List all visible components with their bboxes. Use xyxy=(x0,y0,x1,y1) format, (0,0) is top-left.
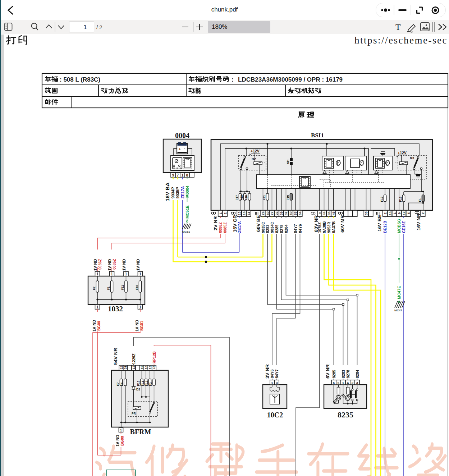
svg-text:BG01: BG01 xyxy=(139,321,144,331)
svg-text:F17: F17 xyxy=(235,195,239,201)
svg-text:35: 35 xyxy=(327,211,331,215)
svg-text:8283: 8283 xyxy=(265,224,270,233)
svg-text:F5: F5 xyxy=(120,382,124,386)
svg-text:R2: R2 xyxy=(252,157,256,161)
svg-text:9: 9 xyxy=(318,212,322,214)
svg-text:0086Z: 0086Z xyxy=(98,259,102,270)
svg-text:9035C: 9035C xyxy=(261,222,265,233)
svg-text:F19: F19 xyxy=(286,195,290,201)
svg-text:84Y7: 84Y7 xyxy=(275,369,279,378)
svg-text:2V NR: 2V NR xyxy=(213,216,218,230)
svg-text:54: 54 xyxy=(298,211,302,215)
svg-text:1V ND: 1V ND xyxy=(122,259,126,271)
svg-text:F1: F1 xyxy=(107,287,110,290)
svg-text:F7: F7 xyxy=(116,382,120,386)
svg-text:1032: 1032 xyxy=(108,305,123,313)
svg-text:MC51E: MC51E xyxy=(185,205,189,219)
svg-text:: 508 L (R83C): : 508 L (R83C) xyxy=(60,76,100,83)
svg-text:8278: 8278 xyxy=(279,224,284,233)
svg-text:1: 1 xyxy=(219,212,223,214)
svg-text:F12: F12 xyxy=(380,197,384,202)
svg-text:8278: 8278 xyxy=(346,370,350,378)
svg-text:55: 55 xyxy=(293,211,297,215)
svg-text:+12V: +12V xyxy=(251,149,260,153)
svg-text:1075Z: 1075Z xyxy=(317,222,322,233)
svg-text:13: 13 xyxy=(237,211,241,215)
svg-text:1: 1 xyxy=(271,381,273,385)
svg-text:8: 8 xyxy=(186,173,188,177)
svg-text:60V MR: 60V MR xyxy=(340,215,345,233)
svg-text:1V ND: 1V ND xyxy=(135,320,139,331)
svg-text:32: 32 xyxy=(284,211,288,215)
svg-text:11: 11 xyxy=(247,211,251,215)
svg-text:9: 9 xyxy=(397,212,401,214)
svg-text:0085Z: 0085Z xyxy=(112,259,116,270)
svg-text:1: 1 xyxy=(96,305,98,309)
svg-text:1229Z: 1229Z xyxy=(132,353,136,364)
svg-text:22: 22 xyxy=(275,211,279,215)
svg-text:7: 7 xyxy=(177,173,179,177)
svg-text:CE16Z: CE16Z xyxy=(402,221,406,233)
svg-text:60V BE: 60V BE xyxy=(256,215,261,232)
svg-text:PR: PR xyxy=(132,412,136,415)
svg-text:1V ND: 1V ND xyxy=(107,259,112,271)
svg-text::: : xyxy=(232,76,234,83)
svg-text:2: 2 xyxy=(383,212,387,214)
svg-text:16: 16 xyxy=(242,211,246,215)
svg-text:10C2: 10C2 xyxy=(267,411,283,419)
svg-text:27: 27 xyxy=(270,211,274,215)
svg-text:BE12B: BE12B xyxy=(383,221,387,233)
svg-text:F10: F10 xyxy=(135,285,139,290)
svg-text:3V NR: 3V NR xyxy=(265,364,270,379)
svg-text:-: - xyxy=(184,146,185,151)
svg-text:39: 39 xyxy=(279,211,283,215)
svg-text:84Y6: 84Y6 xyxy=(270,369,274,378)
svg-text:1: 1 xyxy=(139,305,141,309)
svg-text:35: 35 xyxy=(364,211,368,215)
svg-text:2: 2 xyxy=(421,212,425,214)
svg-text:9035P: 9035P xyxy=(175,187,180,198)
svg-text:1: 1 xyxy=(342,381,344,385)
svg-text:R3: R3 xyxy=(410,156,414,160)
svg-text:2: 2 xyxy=(352,381,353,385)
svg-text:F13: F13 xyxy=(240,195,243,201)
svg-text:MC51: MC51 xyxy=(182,230,190,233)
svg-text:SH: SH xyxy=(286,160,290,164)
svg-text:D2: D2 xyxy=(136,388,140,391)
svg-text:0086Z: 0086Z xyxy=(218,222,223,233)
svg-text:F2: F2 xyxy=(92,287,96,290)
svg-text:6: 6 xyxy=(333,381,335,385)
svg-text:1V ND: 1V ND xyxy=(115,435,120,447)
svg-text:12: 12 xyxy=(402,211,406,215)
svg-text:F11: F11 xyxy=(141,381,145,386)
svg-text:31: 31 xyxy=(124,366,127,369)
svg-text:5: 5 xyxy=(338,381,340,385)
svg-text:1: 1 xyxy=(120,428,122,432)
svg-text:1V ND: 1V ND xyxy=(93,259,97,271)
svg-text:2: 2 xyxy=(223,212,227,214)
svg-text:16V NR: 16V NR xyxy=(416,213,421,230)
svg-text:ZE17A: ZE17A xyxy=(180,186,185,198)
svg-text:9A37B: 9A37B xyxy=(331,221,336,233)
svg-text:BFRM: BFRM xyxy=(130,428,151,436)
svg-text:MCBSG: MCBSG xyxy=(397,219,401,233)
svg-text:MC47: MC47 xyxy=(394,309,402,312)
svg-text:F18: F18 xyxy=(244,195,248,201)
svg-text:60: 60 xyxy=(266,211,270,215)
svg-text:F2: F2 xyxy=(149,382,152,386)
svg-text:46: 46 xyxy=(331,211,335,215)
svg-text:BSI1: BSI1 xyxy=(311,132,324,139)
svg-text:BG00: BG00 xyxy=(120,436,124,446)
svg-text:13: 13 xyxy=(148,366,152,369)
svg-text:9053R: 9053R xyxy=(327,222,331,233)
svg-text:43: 43 xyxy=(152,366,156,369)
svg-text:8285: 8285 xyxy=(275,224,279,233)
svg-text:6V NR: 6V NR xyxy=(325,364,330,379)
svg-text:8285: 8285 xyxy=(332,370,336,378)
svg-text:3: 3 xyxy=(276,381,278,385)
svg-text:8284: 8284 xyxy=(355,370,359,378)
svg-text:F12: F12 xyxy=(145,381,148,386)
svg-text:1: 1 xyxy=(96,272,98,276)
svg-text:+12V: +12V xyxy=(398,151,407,155)
svg-text:54V NR: 54V NR xyxy=(113,348,118,365)
